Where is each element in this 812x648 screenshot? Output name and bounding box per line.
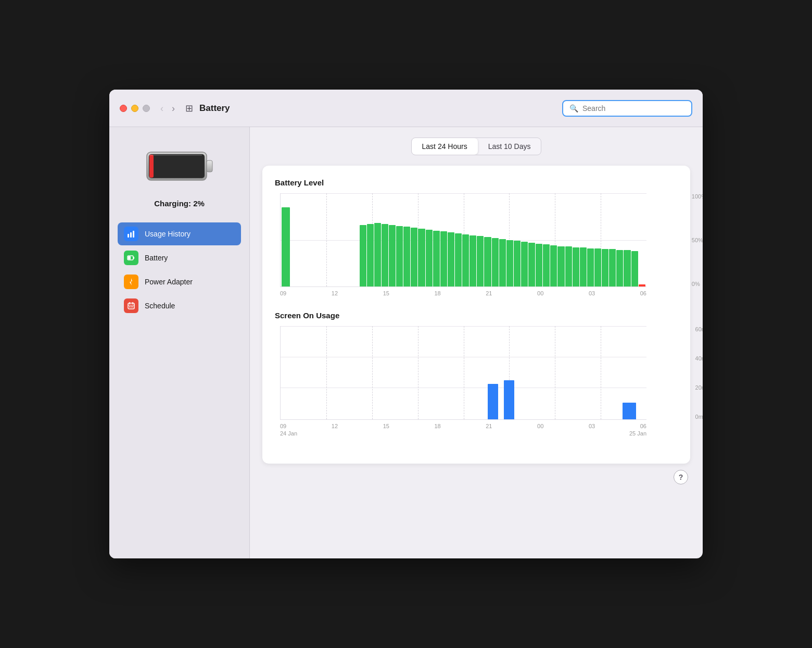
minimize-button[interactable] [131,105,138,112]
svg-rect-2 [149,155,154,178]
search-box[interactable]: 🔍 [562,100,692,117]
date-24-jan: 24 Jan [280,430,453,437]
x-label-18: 18 [434,290,440,296]
screen-on-title: Screen On Usage [275,311,678,320]
nav-forward-button[interactable]: › [170,102,177,115]
battery-x-labels: 09 12 15 18 21 00 03 06 [280,290,646,296]
grid-icon[interactable]: ⊞ [185,103,193,114]
svg-marker-11 [130,278,132,285]
date-25-jan: 25 Jan [629,430,646,437]
power-adapter-icon [124,275,138,289]
x-label-12b: 12 [332,423,338,429]
screen-x-labels: 09 12 15 18 21 00 03 06 [280,423,646,429]
sidebar: Charging: 2% Usage History [109,127,250,558]
usage-history-label: Usage History [145,230,191,238]
main-window: ‹ › ⊞ Battery 🔍 [109,90,703,558]
svg-rect-17 [131,306,132,307]
traffic-lights [120,105,150,112]
sidebar-item-usage-history[interactable]: Usage History [118,222,241,245]
charging-status: Charging: 2% [154,199,205,208]
screen-on-section: Screen On Usage [275,311,678,437]
y-label-0m: 0m [695,414,703,420]
x-label-12: 12 [332,290,338,296]
svg-rect-3 [207,160,212,172]
screen-on-chart [280,326,646,420]
x-label-15: 15 [383,290,389,296]
svg-rect-16 [129,306,130,307]
svg-rect-9 [128,256,131,259]
x-label-03b: 03 [589,423,595,429]
x-label-09: 09 [280,290,286,296]
svg-rect-12 [128,303,134,309]
battery-nav-icon [124,251,138,265]
x-label-21b: 21 [486,423,492,429]
last-10-days-button[interactable]: Last 10 Days [478,138,541,155]
svg-rect-18 [132,306,133,307]
maximize-button[interactable] [143,105,150,112]
y-label-100: 100% [692,193,703,200]
battery-icon-container [146,148,213,186]
battery-level-section: Battery Level [275,178,678,296]
close-button[interactable] [120,105,127,112]
usage-history-icon [124,227,138,241]
svg-rect-6 [130,232,132,238]
schedule-label: Schedule [145,302,175,310]
nav-back-button[interactable]: ‹ [158,102,166,115]
power-adapter-label: Power Adapter [145,278,193,286]
svg-rect-1 [149,154,205,178]
content-area: Charging: 2% Usage History [109,127,703,558]
search-icon: 🔍 [569,104,578,113]
battery-y-axis: 100% 50% 0% [692,193,703,287]
main-panel: Last 24 Hours Last 10 Days Battery Level [250,127,703,558]
svg-rect-7 [133,231,134,238]
svg-rect-10 [133,257,134,259]
x-label-03: 03 [589,290,595,296]
battery-level-chart [280,193,646,287]
sidebar-item-power-adapter[interactable]: Power Adapter [118,270,241,293]
charts-container: Battery Level [262,166,690,464]
x-label-06b: 06 [640,423,646,429]
date-labels: 24 Jan 25 Jan [280,430,646,437]
y-label-20m: 20m [695,384,703,391]
y-label-50: 50% [692,237,703,243]
battery-icon [146,148,213,184]
x-label-00b: 00 [537,423,543,429]
svg-rect-5 [128,234,129,238]
x-label-09b: 09 [280,423,286,429]
time-toggle: Last 24 Hours Last 10 Days [411,138,542,155]
x-label-00: 00 [537,290,543,296]
sidebar-item-schedule[interactable]: Schedule [118,294,241,317]
sidebar-item-battery[interactable]: Battery [118,246,241,269]
battery-level-title: Battery Level [275,178,678,187]
titlebar: ‹ › ⊞ Battery 🔍 [109,90,703,127]
battery-bar-group [282,193,645,286]
help-button[interactable]: ? [674,470,688,484]
last-24-hours-button[interactable]: Last 24 Hours [412,138,478,155]
nav-arrows: ‹ › [158,102,177,115]
x-label-21: 21 [486,290,492,296]
x-label-15b: 15 [383,423,389,429]
window-title: Battery [199,103,562,114]
battery-bars [281,193,646,286]
screen-y-axis: 60m 40m 20m 0m [695,326,703,420]
screen-bar-group [282,326,645,419]
y-label-60m: 60m [695,326,703,332]
x-label-06: 06 [640,290,646,296]
search-input[interactable] [582,104,685,113]
battery-label: Battery [145,254,168,262]
screen-bars [281,326,646,419]
sidebar-nav: Usage History Battery [118,222,241,317]
schedule-icon [124,298,138,313]
x-label-18b: 18 [434,423,440,429]
y-label-0: 0% [692,281,700,287]
y-label-40m: 40m [695,355,703,362]
